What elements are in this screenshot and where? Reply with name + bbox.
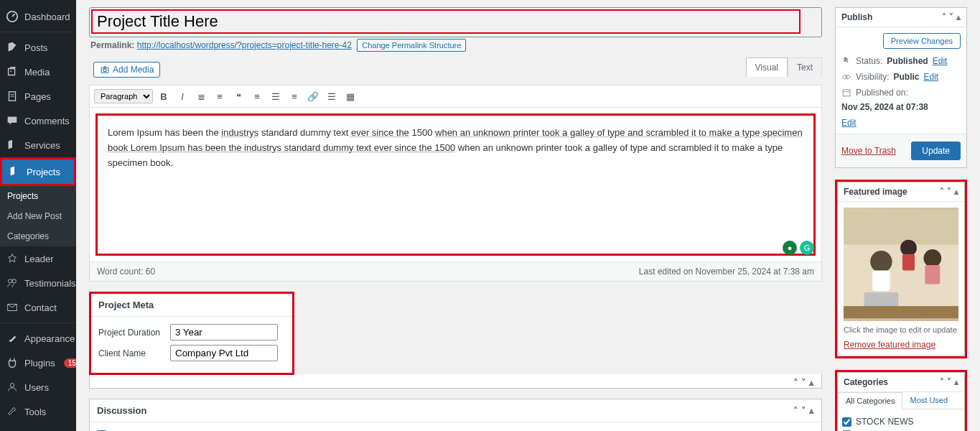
cat-checkbox[interactable] xyxy=(842,417,851,427)
grammarly-icon[interactable]: ● xyxy=(783,241,797,255)
duration-input[interactable] xyxy=(170,324,278,340)
preview-button[interactable]: Preview Changes xyxy=(883,33,961,49)
menu-pages[interactable]: Pages xyxy=(0,84,76,108)
camera-icon xyxy=(100,65,110,75)
featured-caption: Click the image to edit or update xyxy=(844,325,958,334)
panel-toggle-icon[interactable]: ▴ xyxy=(809,377,814,388)
bold-button[interactable]: B xyxy=(156,88,172,104)
categories-title: Categories xyxy=(844,377,888,387)
svg-point-24 xyxy=(900,240,917,256)
add-media-button[interactable]: Add Media xyxy=(93,62,160,78)
edit-date[interactable]: Edit xyxy=(841,118,857,128)
panel-down-icon[interactable]: ˅ xyxy=(949,12,953,22)
tab-text[interactable]: Text xyxy=(788,57,822,77)
menu-testimonials[interactable]: Testimonials xyxy=(0,271,76,295)
submenu-add-new[interactable]: Add New Post xyxy=(0,206,76,226)
move-to-trash[interactable]: Move to Trash xyxy=(841,146,896,156)
remove-featured-link[interactable]: Remove featured image xyxy=(844,340,958,350)
update-button[interactable]: Update xyxy=(911,142,961,160)
svg-rect-18 xyxy=(843,90,850,96)
svg-point-16 xyxy=(103,69,106,72)
menu-users[interactable]: Users xyxy=(0,375,76,399)
category-list: STOCK NEWS ALL BUSINESS CONSULTANT FINAN… xyxy=(838,409,964,431)
italic-button[interactable]: I xyxy=(174,88,190,104)
menu-media[interactable]: Media xyxy=(0,60,76,84)
main-content: Permalink: http://localhost/wordpress/?p… xyxy=(76,0,980,431)
publish-panel: Publish˄˅▴ Preview Changes Status: Publi… xyxy=(835,7,967,168)
svg-rect-23 xyxy=(872,271,890,292)
featured-image[interactable] xyxy=(844,208,958,321)
quote-button[interactable]: ❝ xyxy=(230,88,246,104)
admin-sidebar: Dashboard Posts Media Pages Comments Ser… xyxy=(0,0,76,431)
menu-comments[interactable]: Comments xyxy=(0,108,76,133)
last-edited: Last edited on November 25, 2024 at 7:38… xyxy=(639,267,814,277)
submenu-projects[interactable]: Projects xyxy=(0,186,76,206)
client-input[interactable] xyxy=(170,345,278,361)
align-left-button[interactable]: ≡ xyxy=(249,88,265,104)
ol-button[interactable]: ≡ xyxy=(212,88,228,104)
svg-point-4 xyxy=(9,279,12,283)
eye-icon xyxy=(841,72,851,82)
menu-dashboard[interactable]: Dashboard xyxy=(0,4,76,29)
tab-most-used[interactable]: Most Used xyxy=(902,392,955,409)
menu-appearance[interactable]: Appearance xyxy=(0,326,76,351)
svg-rect-21 xyxy=(844,210,958,245)
menu-projects[interactable]: Projects xyxy=(2,159,74,184)
panel-toggle-icon[interactable]: ▴ xyxy=(954,377,958,387)
svg-point-22 xyxy=(870,251,892,272)
more-button[interactable]: ☰ xyxy=(324,88,340,104)
pin-icon xyxy=(841,56,851,66)
svg-point-7 xyxy=(10,384,14,387)
toolbar-toggle-button[interactable]: ▦ xyxy=(342,88,358,104)
menu-tools[interactable]: Tools xyxy=(0,399,76,424)
submenu-categories[interactable]: Categories xyxy=(0,226,76,246)
panel-up-icon[interactable]: ˄ xyxy=(940,187,944,197)
panel-toggle-icon[interactable]: ▴ xyxy=(809,405,814,416)
permalink-url[interactable]: http://localhost/wordpress/?projects=pro… xyxy=(137,40,352,50)
panel-up-icon[interactable]: ˄ xyxy=(940,377,944,387)
panel-down-icon[interactable]: ˅ xyxy=(947,187,951,197)
panel-up-icon[interactable]: ˄ xyxy=(793,377,798,388)
panel-toggle-icon[interactable]: ▴ xyxy=(954,187,958,197)
editor-content[interactable]: Lorem Ipsum has been the industrys stand… xyxy=(102,120,809,249)
svg-rect-29 xyxy=(844,306,958,318)
panel-down-icon[interactable]: ˅ xyxy=(801,405,806,416)
panel-down-icon[interactable]: ˅ xyxy=(801,377,806,388)
panel-title-meta: Project Meta xyxy=(98,300,154,310)
grammarly-icon-2[interactable]: G xyxy=(800,241,814,255)
align-right-button[interactable]: ≡ xyxy=(286,88,302,104)
menu-posts[interactable]: Posts xyxy=(0,35,76,60)
menu-leader[interactable]: Leader xyxy=(0,246,76,271)
menu-services[interactable]: Services xyxy=(0,133,76,157)
panel-toggle-icon[interactable]: ▴ xyxy=(956,12,961,22)
calendar-icon xyxy=(841,88,851,98)
svg-point-5 xyxy=(12,279,16,283)
editor-statusbar: ● G Word count: 60 Last edited on Novemb… xyxy=(90,261,821,281)
editor-toolbar: Paragraph B I ≣ ≡ ❝ ≡ ☰ ≡ 🔗 ☰ ▦ xyxy=(90,85,821,108)
tab-visual[interactable]: Visual xyxy=(746,57,788,77)
link-button[interactable]: 🔗 xyxy=(305,88,321,104)
align-center-button[interactable]: ☰ xyxy=(268,88,284,104)
featured-title: Featured image xyxy=(844,187,907,197)
duration-label: Project Duration xyxy=(98,328,164,338)
ul-button[interactable]: ≣ xyxy=(193,88,209,104)
edit-visibility[interactable]: Edit xyxy=(923,72,938,82)
post-title-input[interactable] xyxy=(94,12,798,31)
projects-submenu: Projects Add New Post Categories xyxy=(0,186,76,246)
svg-rect-27 xyxy=(925,265,940,284)
panel-up-icon[interactable]: ˄ xyxy=(942,12,946,22)
menu-contact[interactable]: Contact xyxy=(0,295,76,320)
plugins-badge: 15 xyxy=(64,358,76,368)
permalink-row: Permalink: http://localhost/wordpress/?p… xyxy=(90,39,822,52)
svg-point-26 xyxy=(923,249,941,267)
menu-plugins[interactable]: Plugins15 xyxy=(0,351,76,375)
format-select[interactable]: Paragraph xyxy=(94,89,153,103)
panel-up-icon[interactable]: ˄ xyxy=(793,405,798,416)
menu-settings[interactable]: Settings xyxy=(0,424,76,431)
tab-all-categories[interactable]: All Categories xyxy=(838,392,902,409)
panel-down-icon[interactable]: ˅ xyxy=(947,377,951,387)
client-label: Client Name xyxy=(98,348,164,358)
change-permalink-button[interactable]: Change Permalink Structure xyxy=(357,39,466,52)
panel-title-discussion: Discussion xyxy=(97,405,146,416)
edit-status[interactable]: Edit xyxy=(933,56,948,66)
